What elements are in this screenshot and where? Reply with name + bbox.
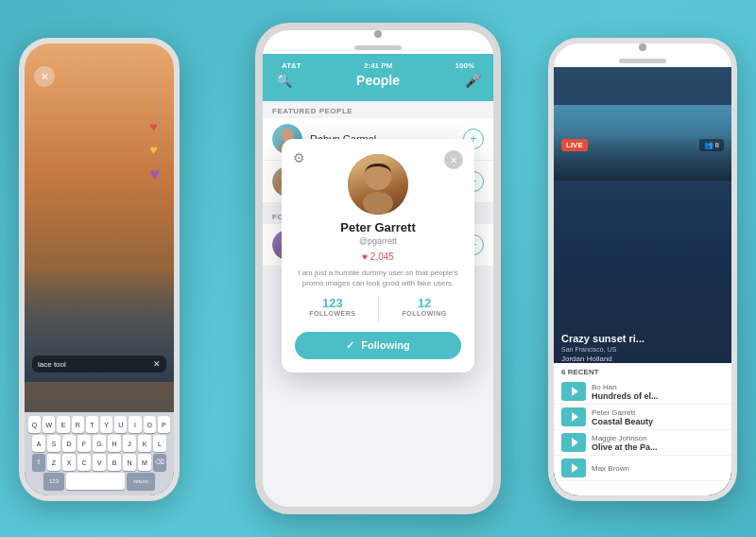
viewers-icon: 👥 bbox=[704, 141, 713, 149]
key-q[interactable]: Q bbox=[28, 416, 41, 433]
profile-popup: ⚙ ✕ bbox=[282, 139, 474, 372]
popup-close-button[interactable]: ✕ bbox=[444, 150, 463, 169]
close-button[interactable]: ✕ bbox=[34, 66, 55, 87]
recent-author-2: Maggie Johnson bbox=[592, 434, 724, 442]
comment-close-icon[interactable]: ✕ bbox=[153, 359, 161, 369]
popup-bio: I am just a humble dummy user so that pe… bbox=[282, 268, 474, 288]
popup-close-icon: ✕ bbox=[450, 155, 457, 165]
viewers-badge: 👥 8 bbox=[699, 139, 724, 151]
key-u[interactable]: U bbox=[114, 416, 127, 433]
heart-yellow: ♥ bbox=[149, 142, 160, 157]
key-g[interactable]: G bbox=[93, 435, 106, 452]
following-button[interactable]: ✓ Following bbox=[295, 332, 461, 359]
heart-yellow-icon: ♥ bbox=[149, 142, 157, 157]
key-123[interactable]: 123 bbox=[43, 473, 64, 490]
key-shift[interactable]: ⇧ bbox=[32, 454, 45, 471]
header-top: 🔍 People 🎤 bbox=[272, 73, 484, 88]
recent-section: 6 RECENT Bo Han Hundreds of el... bbox=[554, 363, 731, 501]
recent-title-0: Hundreds of el... bbox=[592, 391, 724, 401]
key-m[interactable]: M bbox=[138, 454, 151, 471]
popup-handle: @pgarrett bbox=[282, 236, 474, 246]
right-camera bbox=[639, 43, 646, 51]
key-e[interactable]: E bbox=[57, 416, 69, 433]
recent-title-2: Olive at the Pa... bbox=[592, 442, 724, 452]
play-triangle-1 bbox=[572, 412, 578, 422]
phones-container: ✕ ♥ ♥ ♥ lace tool ✕ Q bbox=[0, 0, 756, 537]
phone-left: ✕ ♥ ♥ ♥ lace tool ✕ Q bbox=[19, 38, 180, 501]
stream-location: San Francisco, US bbox=[561, 346, 724, 353]
key-d[interactable]: D bbox=[62, 435, 76, 452]
keyboard[interactable]: Q W E R T Y U I O P A S D F G H bbox=[25, 412, 174, 495]
stream-title: Crazy sunset ri... bbox=[561, 333, 724, 344]
keyboard-row-1: Q W E R T Y U I O P bbox=[28, 416, 170, 433]
carrier-text: AT&T bbox=[282, 61, 301, 70]
heart-purple-icon: ♥ bbox=[149, 165, 160, 184]
popup-avatar bbox=[348, 154, 408, 215]
key-return[interactable]: return bbox=[127, 473, 155, 490]
recent-author-3: Max Brown bbox=[592, 464, 724, 473]
popup-stats: 123 FOLLOWERS 12 FOLLOWING bbox=[282, 296, 474, 322]
key-k[interactable]: K bbox=[138, 435, 151, 452]
followers-stat: 123 FOLLOWERS bbox=[309, 296, 355, 322]
key-space[interactable] bbox=[66, 473, 125, 490]
left-phone-content: ✕ ♥ ♥ ♥ lace tool ✕ Q bbox=[25, 43, 174, 495]
play-btn-3[interactable] bbox=[561, 459, 586, 477]
gear-icon[interactable]: ⚙ bbox=[293, 150, 305, 165]
hearts-container: ♥ ♥ ♥ bbox=[149, 119, 160, 184]
key-p[interactable]: P bbox=[158, 416, 170, 433]
stats-divider bbox=[378, 296, 379, 322]
key-z[interactable]: Z bbox=[47, 454, 60, 471]
recent-item-2[interactable]: Maggie Johnson Olive at the Pa... bbox=[554, 430, 731, 456]
search-icon[interactable]: 🔍 bbox=[272, 73, 295, 88]
followers-number: 123 bbox=[309, 296, 355, 310]
play-btn-1[interactable] bbox=[561, 407, 586, 426]
key-x[interactable]: X bbox=[62, 454, 76, 471]
battery-text: 100% bbox=[455, 61, 474, 70]
time-text: 2:41 PM bbox=[364, 61, 392, 70]
key-j[interactable]: J bbox=[123, 435, 136, 452]
phone-camera bbox=[374, 30, 382, 38]
keyboard-row-3: ⇧ Z X C V B N M ⌫ bbox=[28, 454, 170, 471]
featured-section-label: FEATURED PEOPLE bbox=[263, 101, 493, 118]
key-h[interactable]: H bbox=[108, 435, 121, 452]
phone-right: BELL ▼ LIVE 👥 8 Crazy sunset ri... San F… bbox=[548, 38, 737, 501]
play-triangle-3 bbox=[572, 463, 578, 473]
key-w[interactable]: W bbox=[43, 416, 55, 433]
play-btn-0[interactable] bbox=[561, 382, 586, 401]
right-speaker bbox=[619, 59, 666, 63]
play-btn-2[interactable] bbox=[561, 433, 586, 452]
phone-speaker bbox=[354, 45, 402, 50]
popup-avatar-inner bbox=[348, 154, 408, 215]
play-triangle-0 bbox=[572, 387, 578, 396]
recent-item-0[interactable]: Bo Han Hundreds of el... bbox=[554, 379, 731, 405]
recent-info-3: Max Brown bbox=[592, 464, 724, 473]
key-o[interactable]: O bbox=[144, 416, 156, 433]
comment-text: lace tool bbox=[38, 360, 66, 369]
comment-box: lace tool ✕ bbox=[32, 355, 166, 372]
recent-item-3[interactable]: Max Brown bbox=[554, 456, 731, 481]
key-n[interactable]: N bbox=[123, 454, 136, 471]
key-i[interactable]: I bbox=[129, 416, 141, 433]
popup-name: Peter Garrett bbox=[282, 220, 474, 234]
key-l[interactable]: L bbox=[153, 435, 166, 452]
key-f[interactable]: F bbox=[77, 435, 91, 452]
heart-purple: ♥ bbox=[149, 165, 160, 184]
key-v[interactable]: V bbox=[93, 454, 106, 471]
key-b[interactable]: B bbox=[108, 454, 121, 471]
following-stat: 12 FOLLOWING bbox=[402, 296, 446, 322]
key-s[interactable]: S bbox=[47, 435, 60, 452]
mic-icon[interactable]: 🎤 bbox=[461, 73, 484, 88]
recent-info-2: Maggie Johnson Olive at the Pa... bbox=[592, 434, 724, 452]
recent-label: 6 RECENT bbox=[554, 363, 731, 379]
key-y[interactable]: Y bbox=[100, 416, 112, 433]
recent-item-1[interactable]: Peter Garrett Coastal Beauty bbox=[554, 405, 731, 430]
key-a[interactable]: A bbox=[32, 435, 45, 452]
right-phone-content: BELL ▼ LIVE 👥 8 Crazy sunset ri... San F… bbox=[554, 67, 731, 501]
recent-author-0: Bo Han bbox=[592, 383, 724, 391]
recent-title-1: Coastal Beauty bbox=[592, 417, 724, 426]
followers-label: FOLLOWERS bbox=[309, 310, 355, 317]
key-backspace[interactable]: ⌫ bbox=[153, 454, 166, 471]
key-c[interactable]: C bbox=[77, 454, 91, 471]
key-t[interactable]: T bbox=[86, 416, 98, 433]
key-r[interactable]: R bbox=[72, 416, 84, 433]
